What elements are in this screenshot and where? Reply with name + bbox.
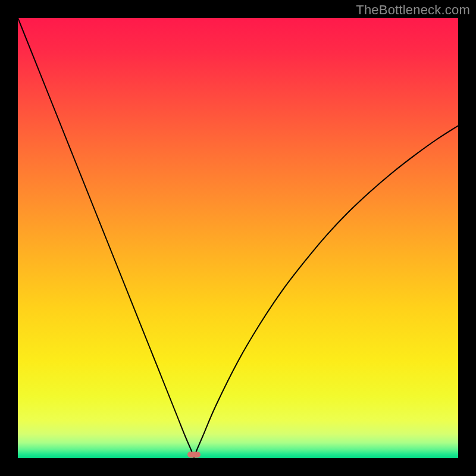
plot-area — [18, 18, 458, 458]
bottleneck-curve — [18, 18, 458, 458]
chart-frame: TheBottleneck.com — [0, 0, 476, 476]
watermark-text: TheBottleneck.com — [356, 2, 470, 18]
optimal-marker — [187, 452, 201, 458]
